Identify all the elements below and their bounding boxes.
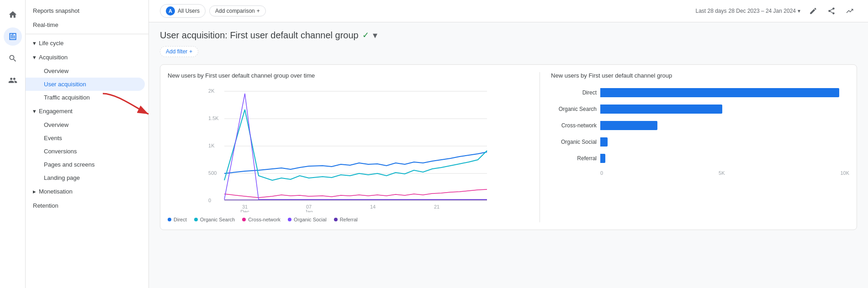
bar-label-cross-network: Cross-network [551, 122, 597, 129]
icon-rail [0, 0, 26, 288]
svg-text:1.5K: 1.5K [208, 115, 219, 121]
add-icon: + [257, 8, 260, 14]
bar-chart-container: Direct Organic Search Cross- [551, 84, 849, 176]
legend-label-direct: Direct [174, 217, 187, 222]
sidebar-item-user-acquisition[interactable]: User acquisition [26, 78, 145, 91]
sidebar-acquisition-header[interactable]: ▾ Acquisition [26, 50, 148, 64]
svg-text:21: 21 [434, 204, 439, 209]
svg-text:1K: 1K [208, 143, 215, 148]
charts-container: New users by First user default channel … [160, 64, 857, 230]
legend-label-organic-social: Organic Social [294, 217, 327, 222]
svg-text:2K: 2K [208, 88, 215, 94]
svg-text:0: 0 [208, 198, 211, 203]
add-filter-button[interactable]: Add filter + [160, 46, 198, 57]
bar-track-organic-search [600, 105, 849, 114]
sidebar-divider [26, 34, 148, 34]
sidebar-item-conversions[interactable]: Conversions [26, 145, 148, 158]
sidebar-item-traffic-acquisition[interactable]: Traffic acquisition [26, 91, 148, 104]
legend-label-cross-network: Cross-network [248, 217, 281, 222]
page-title: User acquisition: First user default cha… [160, 30, 857, 41]
legend-dot-organic-search [194, 218, 198, 221]
audience-nav-icon[interactable] [4, 71, 22, 89]
chevron-down-icon-2: ▾ [33, 108, 36, 115]
share-icon[interactable] [824, 4, 839, 18]
sidebar-item-landing-page[interactable]: Landing page [26, 171, 148, 184]
add-comparison-label: Add comparison [215, 8, 255, 14]
sidebar-item-reports-snapshot[interactable]: Reports snapshot [26, 4, 148, 18]
bar-fill-cross-network [600, 121, 657, 130]
bar-row-direct: Direct [551, 88, 849, 97]
bar-fill-organic-search [600, 105, 722, 114]
line-chart-section: New users by First user default channel … [168, 72, 540, 222]
search-nav-icon[interactable] [4, 49, 22, 68]
header-left: A All Users Add comparison + [160, 4, 266, 18]
trend-icon[interactable] [842, 4, 857, 18]
chevron-down-icon: ▾ [33, 54, 36, 61]
bar-label-direct: Direct [551, 89, 597, 96]
bar-track-cross-network [600, 121, 849, 130]
bar-chart-title: New users by First user default channel … [551, 72, 849, 79]
legend-item-referral: Referral [334, 217, 358, 222]
page-title-text: User acquisition: First user default cha… [160, 30, 359, 41]
sidebar-monetisation-header[interactable]: ▸ Monetisation [26, 184, 148, 199]
legend-item-direct: Direct [168, 217, 187, 222]
sidebar-item-realtime[interactable]: Real-time [26, 18, 148, 32]
date-range-selector[interactable]: Last 28 days 28 Dec 2023 – 24 Jan 2024 ▾ [696, 8, 801, 14]
legend-dot-organic-social [288, 218, 291, 221]
date-range-label: Last 28 days [696, 8, 727, 14]
svg-text:Jan: Jan [305, 209, 313, 212]
bar-fill-referral [600, 154, 605, 163]
bar-label-organic-social: Organic Social [551, 139, 597, 145]
legend-label-referral: Referral [340, 217, 358, 222]
all-users-label: All Users [178, 8, 200, 14]
avatar: A [166, 6, 175, 16]
chevron-right-icon: ▸ [33, 188, 36, 195]
bar-track-organic-social [600, 137, 849, 147]
analytics-nav-icon[interactable] [4, 27, 22, 46]
line-chart-title: New users by First user default channel … [168, 72, 532, 79]
add-filter-label: Add filter [166, 48, 187, 55]
add-filter-icon: + [189, 48, 192, 55]
bar-label-organic-search: Organic Search [551, 106, 597, 112]
bar-track-direct [600, 88, 849, 97]
header-right: Last 28 days 28 Dec 2023 – 24 Jan 2024 ▾ [696, 4, 857, 18]
check-icon: ✓ [362, 30, 369, 40]
sidebar-engagement-header[interactable]: ▾ Engagement [26, 104, 148, 118]
legend-dot-referral [334, 218, 338, 221]
title-dropdown-icon[interactable]: ▾ [373, 30, 377, 41]
add-comparison-button[interactable]: Add comparison + [209, 5, 266, 16]
bar-chart-section: New users by First user default channel … [547, 72, 849, 222]
bar-label-referral: Referral [551, 155, 597, 162]
legend-label-organic-search: Organic Search [200, 217, 235, 222]
line-chart-container: 2K 1.5K 1K 500 0 31 Dec [168, 84, 532, 212]
bar-track-referral [600, 154, 849, 163]
sidebar-item-overview-acq[interactable]: Overview [26, 64, 148, 78]
filter-bar: Add filter + [160, 46, 857, 57]
sidebar-item-pages-screens[interactable]: Pages and screens [26, 158, 148, 171]
chart-legend: Direct Organic Search Cross-network Orga… [168, 217, 532, 222]
sidebar-item-overview-eng[interactable]: Overview [26, 118, 148, 131]
bar-row-organic-search: Organic Search [551, 105, 849, 114]
home-nav-icon[interactable] [4, 5, 22, 24]
sidebar-lifecycle-header[interactable]: ▾ Life cycle [26, 36, 148, 50]
sidebar-item-events[interactable]: Events [26, 131, 148, 145]
edit-icon[interactable] [806, 4, 820, 18]
bar-x-axis: 0 5K 10K [600, 170, 849, 176]
bar-row-cross-network: Cross-network [551, 121, 849, 130]
sidebar-item-retention[interactable]: Retention [26, 199, 148, 213]
legend-item-organic-search: Organic Search [194, 217, 235, 222]
sidebar: Reports snapshot Real-time ▾ Life cycle … [26, 0, 149, 288]
bar-row-organic-social: Organic Social [551, 137, 849, 147]
legend-item-cross-network: Cross-network [242, 217, 281, 222]
all-users-chip[interactable]: A All Users [160, 4, 206, 18]
legend-item-organic-social: Organic Social [288, 217, 327, 222]
legend-dot-cross-network [242, 218, 246, 221]
bar-row-referral: Referral [551, 154, 849, 163]
x-label-10k: 10K [840, 170, 849, 176]
header-icons [806, 4, 857, 18]
x-label-5k: 5K [719, 170, 725, 176]
legend-dot-direct [168, 218, 171, 221]
page-body: User acquisition: First user default cha… [149, 22, 868, 288]
line-chart-svg: 2K 1.5K 1K 500 0 31 Dec [168, 84, 532, 212]
bar-fill-direct [600, 88, 839, 97]
